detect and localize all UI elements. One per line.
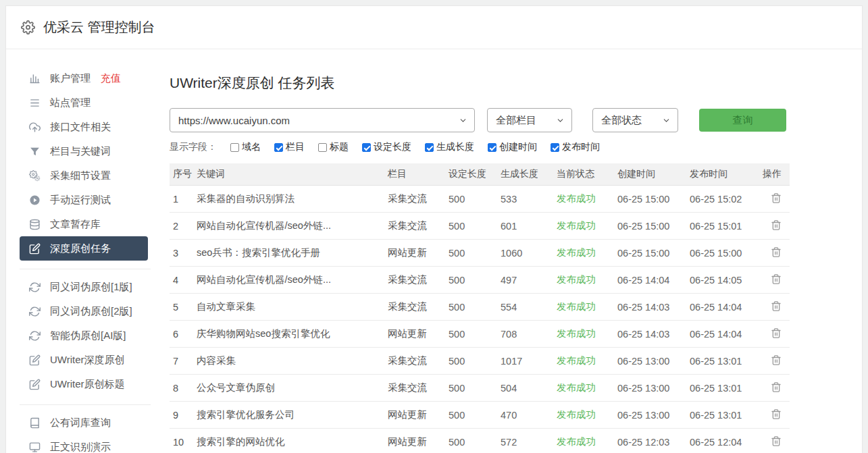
sidebar-item[interactable]: 正文识别演示 [20,435,148,453]
field-checkbox-label: 栏目 [286,141,305,153]
table-header-row: 序号关键词栏目设定长度生成长度当前状态创建时间发布时间操作 [170,163,790,186]
created-time-cell: 06-25 15:00 [617,186,690,213]
delete-button[interactable] [771,246,782,258]
delete-button[interactable] [771,219,782,231]
row-index: 3 [170,240,197,267]
sidebar-item-label: 智能伪原创[AI版] [50,329,126,342]
delete-button[interactable] [771,300,782,312]
sidebar-item-label: 栏目与关键词 [50,145,111,158]
actions-cell [763,429,790,453]
column-header: 序号 [170,163,197,186]
set-length-cell: 500 [449,348,501,375]
delete-button[interactable] [771,354,782,366]
row-index: 6 [170,321,197,348]
field-checkbox-1[interactable]: 栏目 [274,141,305,153]
field-checkbox-label: 创建时间 [499,141,537,153]
published-time-cell: 06-25 13:01 [690,402,763,429]
status-select-value: 全部状态 [601,114,642,127]
created-time-cell: 06-25 15:00 [617,240,690,267]
table-row: 7内容采集采集交流5001017发布成功06-25 13:0006-25 13:… [170,348,790,375]
published-time-cell: 06-25 13:01 [690,375,763,402]
sidebar-item[interactable]: 站点管理 [20,90,148,115]
keyword-cell: 庆华购物网站seo搜索引擎优化 [197,321,388,348]
sidebar-item-label: UWriter深度原创 [50,354,125,367]
field-checkbox-4[interactable]: 生成长度 [425,141,474,153]
sidebar-item[interactable]: 栏目与关键词 [20,139,148,163]
chevron-down-icon [459,116,467,125]
sidebar-item[interactable]: 深度原创任务 [20,236,148,261]
sidebar-item[interactable]: UWriter原创标题 [20,372,148,396]
trash-icon [771,300,782,312]
field-checkbox-0[interactable]: 域名 [230,141,261,153]
actions-cell [763,321,790,348]
status-cell: 发布成功 [557,213,617,240]
sidebar-item[interactable]: 公有词库查询 [20,410,148,435]
delete-button[interactable] [771,192,782,204]
trash-icon [771,408,782,420]
page-title: UWriter深度原创 任务列表 [170,74,862,92]
category-cell: 采集交流 [388,213,449,240]
sidebar-item[interactable]: 手动运行测试 [20,188,148,212]
actions-cell [763,240,790,267]
play-icon [29,194,41,206]
delete-button[interactable] [771,381,782,393]
published-time-cell: 06-25 15:01 [690,213,763,240]
category-select[interactable]: 全部栏目 [487,108,572,132]
status-select[interactable]: 全部状态 [592,108,678,132]
sidebar-item[interactable]: 采集细节设置 [20,163,148,188]
site-select[interactable]: https://www.ucaiyun.com [170,108,475,132]
sidebar-item[interactable]: 智能伪原创[AI版] [20,323,148,348]
status-cell: 发布成功 [557,294,617,321]
column-header: 关键词 [197,163,388,186]
actions-cell [763,186,790,213]
field-checkbox-5[interactable]: 创建时间 [488,141,537,153]
trash-icon [771,273,782,285]
delete-button[interactable] [771,273,782,285]
column-header: 发布时间 [690,163,763,186]
recharge-badge[interactable]: 充值 [101,72,121,85]
field-checkbox-3[interactable]: 设定长度 [362,141,411,153]
cloud-upload-icon [29,121,41,133]
checkbox-checked-icon [488,143,496,152]
checkbox-checked-icon [274,143,283,152]
set-length-cell: 500 [449,375,501,402]
display-fields-row: 显示字段： 域名栏目标题设定长度生成长度创建时间发布时间 [170,141,862,153]
published-time-cell: 06-25 15:02 [690,186,763,213]
field-checkbox-2[interactable]: 标题 [318,141,349,153]
checkbox-checked-icon [551,143,559,152]
set-length-cell: 500 [449,294,501,321]
query-button[interactable]: 查询 [699,109,786,132]
created-time-cell: 06-25 15:00 [617,213,690,240]
actions-cell [763,294,790,321]
sidebar-item[interactable]: 接口文件相关 [20,115,148,139]
edit-icon [29,242,41,255]
refresh-icon [29,329,41,342]
gen-length-cell: 554 [501,294,557,321]
sidebar-item[interactable]: 文章暂存库 [20,212,148,236]
row-index: 9 [170,402,197,429]
delete-button[interactable] [771,327,782,339]
sidebar-item-label: 站点管理 [50,97,91,109]
field-checkbox-label: 发布时间 [562,141,600,153]
status-cell: 发布成功 [557,402,617,429]
row-index: 4 [170,267,197,294]
trash-icon [771,354,782,366]
field-checkbox-6[interactable]: 发布时间 [551,141,600,153]
set-length-cell: 500 [449,267,501,294]
refresh-icon [29,305,41,317]
actions-cell [763,375,790,402]
delete-button[interactable] [771,408,782,420]
sidebar-item[interactable]: UWriter深度原创 [20,348,148,372]
sidebar-item[interactable]: 同义词伪原创[1版] [20,275,148,299]
status-cell: 发布成功 [557,348,617,375]
sidebar-item[interactable]: 同义词伪原创[2版] [20,299,148,323]
delete-button[interactable] [771,435,782,447]
refresh-icon [29,281,41,293]
app-card: 优采云 管理控制台 账户管理充值站点管理接口文件相关栏目与关键词采集细节设置手动… [5,5,863,453]
keyword-cell: 采集器的自动识别算法 [197,186,388,213]
sidebar-item[interactable]: 账户管理充值 [20,66,148,90]
category-cell: 网站更新 [388,429,449,453]
display-fields-label: 显示字段： [170,141,217,153]
keyword-cell: 网站自动化宣传机器/seo外链... [197,267,388,294]
row-index: 5 [170,294,197,321]
